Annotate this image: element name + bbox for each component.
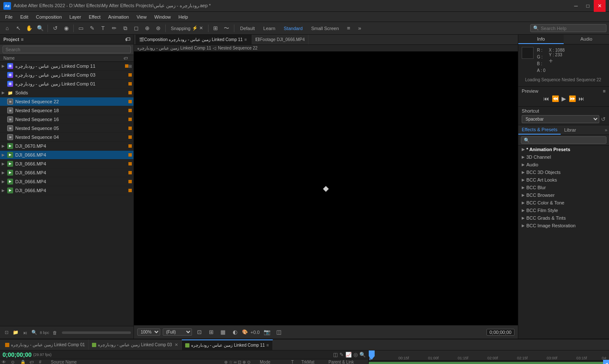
snapping-button[interactable]: Snapping ⚡ ✕	[168, 25, 206, 32]
pen-tool[interactable]: ✎	[87, 24, 97, 33]
viewer-tab-comp11[interactable]: 🎬 Composition زمین عباس - رودبارچره Link…	[136, 35, 252, 44]
transparency-grid-icon[interactable]: ▦	[218, 328, 228, 337]
effects-item-audio[interactable]: ▶ Audio	[518, 161, 609, 168]
project-search-input[interactable]	[3, 46, 131, 53]
delete-icon[interactable]: 🗑	[51, 329, 58, 336]
rotate-tool[interactable]: ↺	[50, 24, 60, 33]
draft-icon[interactable]: ✎	[339, 352, 344, 358]
text-tool[interactable]: T	[98, 24, 108, 33]
effects-item-bcc-browser[interactable]: ▶ BCC Browser	[518, 191, 609, 199]
timeline-tab-comp01[interactable]: زمین عباس - رودبارچره Linked Comp 01	[2, 339, 89, 350]
maximize-button[interactable]: □	[582, 0, 594, 12]
preview-menu-icon[interactable]: ≡	[603, 88, 606, 94]
menu-effect[interactable]: Effect	[85, 14, 104, 20]
workspace-menu-icon[interactable]: ≡	[344, 24, 353, 33]
project-item-ns18[interactable]: ≋ Nested Sequence 18	[0, 106, 133, 115]
workspace-default[interactable]: Default	[237, 25, 259, 32]
workspace-overflow-icon[interactable]: »	[355, 24, 364, 33]
shortcut-reset-icon[interactable]: ↺	[601, 116, 606, 122]
project-item-ns16[interactable]: ≋ Nested Sequence 16	[0, 115, 133, 124]
effects-item-bcc-grads[interactable]: ▶ BCC Grads & Tints	[518, 214, 609, 222]
camera-tool[interactable]: ◉	[61, 24, 71, 33]
brush-tool[interactable]: ✏	[109, 24, 119, 33]
tab-menu-comp11[interactable]: ≡	[267, 343, 269, 347]
motion-sketch-icon[interactable]: 〜	[222, 24, 231, 33]
skip-to-start-button[interactable]: ⏮	[543, 95, 549, 102]
project-item-ns05[interactable]: ≋ Nested Sequence 05	[0, 124, 133, 133]
project-item-dji0666e[interactable]: ▶ ▶ DJI_0666.MP4	[0, 186, 133, 195]
timeline-tab-comp11[interactable]: زمین عباس - رودبارچره Linked Comp 11 ≡	[182, 339, 273, 350]
effects-item-bcc-art[interactable]: ▶ BCC Art Looks	[518, 176, 609, 184]
select-tool[interactable]: ↖	[14, 24, 23, 33]
align-icon[interactable]: ⊞	[211, 24, 220, 33]
project-item-solids[interactable]: ▶ 📁 Solids	[0, 88, 133, 97]
viewer-timecode[interactable]: 0;00;00;00	[487, 329, 514, 336]
viewer-tab-footage[interactable]: 🎞 Footage DJI_0666.MP4	[252, 35, 309, 44]
project-item-dji0666b[interactable]: ▶ ▶ DJI_0666.MP4	[0, 160, 133, 168]
roto-tool[interactable]: ⊕	[142, 24, 152, 33]
minimize-button[interactable]: ─	[570, 0, 582, 12]
effects-tab-library[interactable]: Librar	[561, 126, 579, 134]
effects-item-bcc-3d[interactable]: ▶ BCC 3D Objects	[518, 168, 609, 176]
effects-item-bcc-image[interactable]: ▶ BCC Image Restoration	[518, 222, 609, 229]
fit-frame-icon[interactable]: ⊡	[195, 328, 204, 337]
snapshot-icon[interactable]: 📷	[262, 328, 272, 337]
search-input[interactable]	[541, 26, 600, 31]
skip-to-end-button[interactable]: ⏭	[578, 95, 584, 102]
clone-tool[interactable]: ⧉	[120, 24, 130, 33]
effects-item-bcc-color[interactable]: ▶ BCC Color & Tone	[518, 199, 609, 207]
effects-item-3d-channel[interactable]: ▶ 3D Channel	[518, 153, 609, 161]
shortcut-select[interactable]: Spacebar	[522, 115, 599, 123]
project-label-icon[interactable]: 🏷	[125, 36, 130, 42]
menu-help[interactable]: Help	[175, 14, 192, 20]
workspace-standard[interactable]: Standard	[281, 25, 306, 32]
graph-editor-icon[interactable]: 📈	[345, 352, 352, 358]
info-tab-info[interactable]: Info	[518, 35, 564, 44]
effects-item-animation-presets[interactable]: ▶ * Animation Presets	[518, 146, 609, 153]
effects-item-bcc-film[interactable]: ▶ BCC Film Style	[518, 207, 609, 214]
menu-window[interactable]: Window	[151, 14, 174, 20]
project-item-comp03[interactable]: ▦ زمین عباس - رودبارچره Linked Comp 03	[0, 71, 133, 80]
tab-close-comp03[interactable]: ✕	[175, 342, 178, 347]
project-item-ns04[interactable]: ≋ Nested Sequence 04	[0, 133, 133, 142]
project-item-dji0666c[interactable]: ▶ ▶ DJI_0666.MP4	[0, 168, 133, 177]
workspace-small-screen[interactable]: Small Screen	[308, 25, 342, 32]
new-folder-icon[interactable]: 📁	[12, 329, 19, 336]
breadcrumb-nested[interactable]: Nested Sequence 22	[218, 46, 257, 50]
project-item-comp01[interactable]: ▦ زمین عباس - رودبارچره Linked Comp 01	[0, 80, 133, 88]
menu-composition[interactable]: Composition	[33, 14, 65, 20]
eraser-tool[interactable]: ◻	[131, 24, 141, 33]
menu-view[interactable]: View	[133, 14, 150, 20]
menu-layer[interactable]: Layer	[66, 14, 85, 20]
comp11-tab-menu[interactable]: ≡	[245, 37, 247, 42]
effects-search-input[interactable]	[521, 136, 606, 144]
zoom-tool[interactable]: 🔍	[36, 24, 45, 33]
mask-tool[interactable]: ▭	[76, 24, 86, 33]
show-snapshot-icon[interactable]: ◫	[274, 328, 284, 337]
menu-edit[interactable]: Edit	[17, 14, 32, 20]
project-item-dji0670[interactable]: ▶ ▶ DJI_0670.MP4	[0, 142, 133, 151]
menu-animation[interactable]: Animation	[105, 14, 132, 20]
effects-overflow-icon[interactable]: »	[603, 126, 609, 134]
effects-tab-effects[interactable]: Effects & Presets	[518, 125, 561, 135]
region-of-interest-icon[interactable]: ⊞	[206, 328, 216, 337]
zoom-select[interactable]: 100% 50% 200% Fit	[137, 328, 160, 336]
project-item-dji0666d[interactable]: ▶ ▶ DJI_0666.MP4	[0, 177, 133, 186]
title-bar-controls[interactable]: ─ □ ✕	[570, 0, 606, 12]
timeline-timecode[interactable]: 0;00;00;00	[3, 351, 32, 358]
workspace-learn[interactable]: Learn	[260, 25, 278, 32]
project-item-comp11[interactable]: ▶ ▦ زمین عباس - رودبارچره Linked Comp 11…	[0, 62, 133, 71]
menu-file[interactable]: File	[2, 14, 16, 20]
home-icon[interactable]: ⌂	[3, 24, 12, 33]
project-item-dji0666a[interactable]: ▶ ▶ DJI_0666.MP4	[0, 151, 133, 160]
color-correct-icon[interactable]: 🎨	[242, 329, 248, 335]
next-frame-button[interactable]: ⏩	[569, 95, 576, 102]
clip-ns22[interactable]	[369, 362, 609, 364]
solo-icon[interactable]: ◎	[353, 352, 358, 358]
puppet-tool[interactable]: ⊛	[153, 24, 163, 33]
prev-frame-button[interactable]: ⏪	[552, 95, 559, 102]
play-button[interactable]: ▶	[562, 95, 566, 102]
timeline-tab-comp03[interactable]: زمین عباس - رودبارچره Linked Comp 03 ✕	[89, 339, 181, 350]
new-comp-icon[interactable]: ⊡	[3, 329, 10, 336]
search-timeline-icon[interactable]: 🔍	[359, 352, 366, 358]
